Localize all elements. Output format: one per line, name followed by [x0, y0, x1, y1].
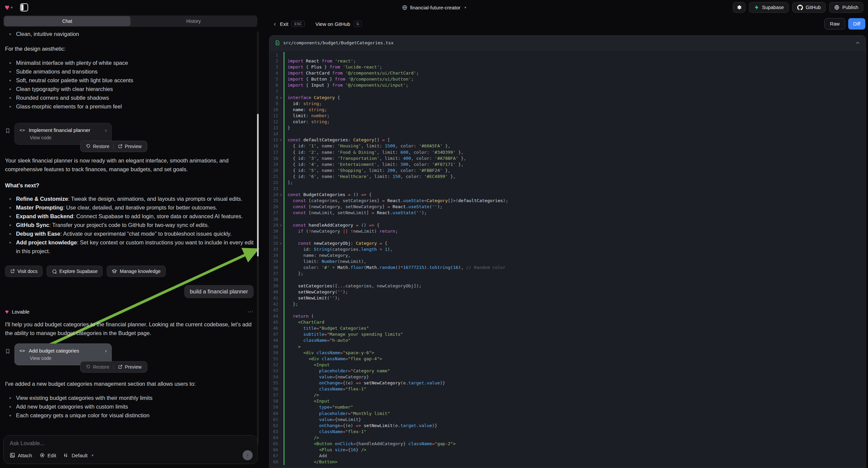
sidebar-toggle-icon[interactable] — [20, 3, 28, 11]
bookmark-icon[interactable] — [5, 127, 10, 134]
line-number: 13 — [270, 125, 278, 131]
publish-button[interactable]: Publish — [829, 2, 863, 13]
line-number: 35 — [270, 259, 278, 265]
preview-button[interactable]: Preview — [114, 141, 146, 152]
code-lines: 12import React from 'react';3import { Pl… — [270, 50, 866, 465]
chat-input[interactable]: Ask Lovable... — [10, 440, 251, 446]
code-text: } — [283, 125, 866, 131]
line-number: 21 — [270, 174, 278, 180]
fold-toggle-icon[interactable]: ∨ — [278, 240, 283, 246]
list-item-text: Clean, intuitive navigation — [16, 30, 79, 38]
fold-spacer — [278, 356, 283, 362]
fold-spacer — [278, 307, 283, 313]
line-number: 64 — [270, 435, 278, 441]
file-header[interactable]: src/components/budget/BudgetCategories.t… — [270, 36, 866, 50]
edit-card-title: Add budget categories — [29, 348, 102, 353]
fold-spacer — [278, 301, 283, 307]
explore-supabase-label: Explore Supabase — [59, 269, 98, 274]
raw-button[interactable]: Raw — [825, 18, 845, 30]
fold-spacer — [278, 198, 283, 204]
back-chevron-icon[interactable]: ‹ — [274, 20, 276, 28]
fold-toggle-icon[interactable]: ∨ — [278, 192, 283, 198]
list-item: ●Glass-morphic elements for a premium fe… — [5, 102, 254, 111]
line-number: 50 — [270, 350, 278, 356]
fold-toggle-icon[interactable]: ∨ — [278, 95, 283, 101]
code-line: 13} — [270, 125, 866, 131]
code-line: 10 name: string; — [270, 107, 866, 113]
view-code-link[interactable]: View code — [20, 135, 107, 140]
code-text: <Plus size={16} /> — [283, 447, 866, 453]
code-text: <Input — [283, 398, 866, 404]
view-code-link[interactable]: View code — [20, 355, 107, 361]
supabase-button[interactable]: Supabase — [749, 2, 789, 13]
github-button[interactable]: GitHub — [792, 2, 826, 13]
fold-toggle-icon[interactable]: ∨ — [278, 137, 283, 143]
list-item: ●Minimalist interface with plenty of whi… — [5, 58, 254, 67]
list-item-text: Master Prompting: Use clear, detailed, a… — [16, 203, 217, 212]
message-list: ●Clean, intuitive navigation For the des… — [0, 30, 261, 434]
code-line: 7 — [270, 89, 866, 95]
line-number: 31 — [270, 234, 278, 240]
manage-knowledge-button[interactable]: Manage knowledge — [107, 266, 165, 277]
attach-button[interactable]: Attach — [10, 452, 32, 458]
chat-panel: Chat History ●Clean, intuitive navigatio… — [0, 15, 261, 468]
code-line: 64 /> — [270, 435, 866, 441]
fold-spacer — [278, 319, 283, 325]
restore-icon — [86, 144, 91, 149]
code-text — [283, 216, 866, 222]
line-number: 49 — [270, 344, 278, 350]
diff-button[interactable]: Diff — [848, 18, 866, 30]
tab-history[interactable]: History — [130, 16, 257, 26]
code-text: interface Category { — [283, 95, 866, 101]
lovable-logo-icon[interactable]: ♥ — [5, 3, 9, 11]
chevron-down-icon[interactable]: ▾ — [11, 5, 13, 10]
chat-composer[interactable]: Ask Lovable... Attach Edit Default ▾ ↑ — [3, 435, 258, 464]
fold-spacer — [278, 174, 283, 180]
visit-docs-button[interactable]: Visit docs — [5, 266, 42, 277]
external-link-icon — [10, 269, 15, 273]
fold-toggle-icon[interactable]: ∨ — [278, 222, 283, 228]
tab-chat[interactable]: Chat — [4, 16, 130, 26]
attach-label: Attach — [18, 452, 32, 458]
code-line: 36 color: '#' + Math.floor(Math.random()… — [270, 265, 866, 271]
list-item: ●Clean, intuitive navigation — [5, 30, 254, 38]
send-button[interactable]: ↑ — [243, 450, 253, 460]
message-menu-button[interactable]: ⋯ — [247, 308, 254, 315]
list-item: ●View existing budget categories with th… — [5, 393, 254, 402]
fold-spacer — [278, 210, 283, 216]
restore-button[interactable]: Restore — [82, 361, 114, 372]
explore-supabase-button[interactable]: Explore Supabase — [46, 266, 103, 277]
restore-button[interactable]: Restore — [82, 141, 114, 152]
line-number: 67 — [270, 453, 278, 459]
code-text — [283, 234, 866, 240]
code-line: 31 — [270, 234, 866, 240]
code-text: placeholder="Monthly limit" — [283, 411, 866, 417]
list-item: ●Each category gets a unique color for v… — [5, 411, 254, 420]
code-line: 39 setCategories([...categories, newCate… — [270, 283, 866, 289]
code-line: 59 type="number" — [270, 404, 866, 410]
esc-key-badge: ESC — [291, 21, 305, 27]
fold-spacer — [278, 246, 283, 253]
exit-button[interactable]: Exit — [280, 21, 288, 27]
fold-spacer — [278, 362, 283, 368]
code-text: /> — [283, 392, 866, 398]
bookmark-icon[interactable] — [5, 348, 10, 354]
project-switcher[interactable]: financial-future-creator ▾ — [402, 0, 466, 15]
model-selector[interactable]: Default ▾ — [63, 452, 93, 458]
code-text: <div className="space-y-6"> — [283, 350, 866, 356]
code-text: name: string; — [283, 107, 866, 113]
code-text: import React from 'react'; — [283, 58, 866, 64]
view-on-github-button[interactable]: View on GitHub — [315, 21, 350, 27]
code-line: 27 const [newLimit, setNewLimit] = React… — [270, 210, 866, 216]
line-number: 52 — [270, 362, 278, 368]
chevron-up-icon[interactable] — [855, 40, 860, 46]
code-line: 38 — [270, 276, 866, 283]
settings-button[interactable] — [733, 2, 746, 13]
edit-mode-button[interactable]: Edit — [39, 452, 56, 458]
line-number: 46 — [270, 325, 278, 331]
chat-scrollbar-thumb[interactable] — [257, 114, 259, 257]
list-item-text: Expand with Backend: Connect Supabase to… — [16, 212, 243, 221]
preview-button[interactable]: Preview — [114, 361, 146, 372]
code-text: const defaultCategories: Category[] = [ — [283, 137, 866, 143]
line-number: 9 — [270, 101, 278, 107]
